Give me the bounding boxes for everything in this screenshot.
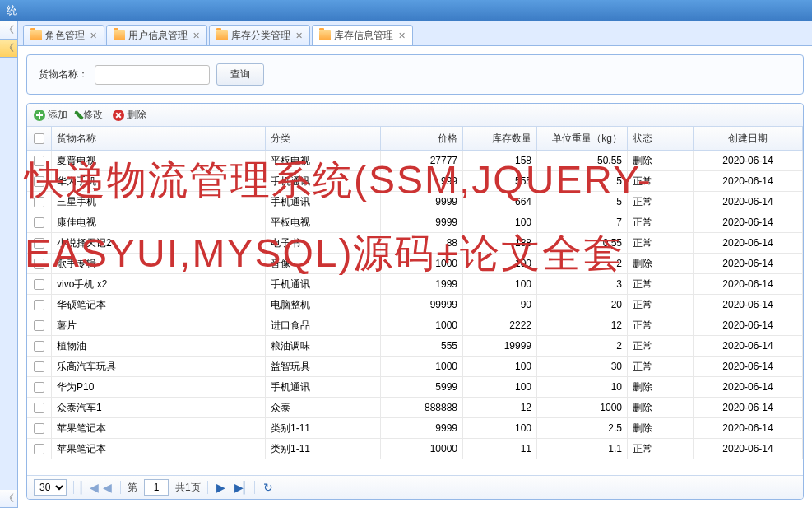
checkbox-all[interactable]: [34, 133, 44, 144]
row-checkbox[interactable]: [34, 259, 44, 269]
row-checkbox-cell[interactable]: [27, 233, 52, 253]
pager-page-input[interactable]: [144, 479, 169, 496]
left-sidebar-collapsed: 《 《 《: [0, 21, 18, 508]
row-checkbox-cell[interactable]: [27, 295, 52, 315]
row-checkbox-cell[interactable]: [27, 212, 52, 232]
table-row[interactable]: 夏普电视平板电视2777715850.55删除2020-06-14: [27, 151, 803, 171]
row-checkbox[interactable]: [34, 403, 44, 413]
add-button[interactable]: 添加: [34, 108, 67, 122]
table-row[interactable]: 华硕笔记本电脑整机999999020正常2020-06-14: [27, 295, 803, 315]
pager-refresh-icon[interactable]: ↻: [262, 481, 275, 494]
delete-button[interactable]: 删除: [113, 108, 146, 122]
tab-3[interactable]: 库存信息管理✕: [312, 25, 413, 45]
row-checkbox-cell[interactable]: [27, 398, 52, 417]
table-row[interactable]: 歌手专辑音像10001002删除2020-06-14: [27, 254, 803, 274]
row-checkbox-cell[interactable]: [27, 171, 52, 191]
row-checkbox-cell[interactable]: [27, 336, 52, 356]
window-titlebar: 统: [0, 0, 812, 21]
row-checkbox-cell[interactable]: [27, 439, 52, 459]
col-checkbox[interactable]: [27, 127, 52, 150]
row-checkbox[interactable]: [34, 361, 44, 372]
row-checkbox-cell[interactable]: [27, 315, 52, 335]
row-checkbox[interactable]: [34, 423, 44, 434]
table-row[interactable]: 苹果笔记本类别1-1199991002.5删除2020-06-14: [27, 418, 803, 439]
pager-first-icon[interactable]: ▏◀: [81, 481, 94, 494]
row-category: 粮油调味: [266, 336, 381, 356]
table-row[interactable]: 薯片进口食品1000222212正常2020-06-14: [27, 315, 803, 336]
row-price: 99999: [381, 295, 463, 315]
tab-0[interactable]: 角色管理✕: [23, 25, 104, 45]
row-qty: 100: [463, 254, 537, 273]
row-checkbox[interactable]: [34, 156, 44, 166]
row-checkbox[interactable]: [34, 197, 44, 207]
row-weight: 12: [537, 315, 628, 335]
row-checkbox[interactable]: [34, 176, 44, 187]
col-category[interactable]: 分类: [266, 127, 381, 150]
query-button[interactable]: 查询: [216, 63, 264, 86]
edit-button[interactable]: 修改: [77, 108, 103, 122]
row-qty: 2222: [463, 315, 537, 335]
row-date: 2020-06-14: [694, 192, 803, 212]
table-row[interactable]: 三星手机手机通讯99996645正常2020-06-14: [27, 192, 803, 212]
table-row[interactable]: vivo手机 x2手机通讯19991003正常2020-06-14: [27, 274, 803, 295]
col-status[interactable]: 状态: [628, 127, 694, 150]
row-name: 华硕笔记本: [52, 295, 266, 315]
row-checkbox-cell[interactable]: [27, 377, 52, 397]
add-icon: [34, 110, 45, 121]
table-row[interactable]: 苹果笔记本类别1-1110000111.1正常2020-06-14: [27, 439, 803, 459]
row-checkbox-cell[interactable]: [27, 274, 52, 294]
folder-icon: [319, 30, 331, 40]
row-checkbox[interactable]: [34, 279, 44, 290]
grid-toolbar: 添加 修改 删除: [27, 104, 803, 127]
row-checkbox[interactable]: [34, 238, 44, 249]
search-bar: 货物名称： 查询: [26, 54, 804, 95]
table-row[interactable]: 众泰汽车1众泰888888121000删除2020-06-14: [27, 398, 803, 418]
pager-last-icon[interactable]: ▶▏: [234, 481, 248, 494]
pager-next-icon[interactable]: ▶: [215, 481, 228, 494]
row-checkbox[interactable]: [34, 382, 44, 393]
row-checkbox-cell[interactable]: [27, 357, 52, 376]
pager-label-prefix: 第: [128, 481, 137, 495]
table-row[interactable]: 小说择天记2电子书881880.55正常2020-06-14: [27, 233, 803, 254]
row-checkbox[interactable]: [34, 300, 44, 310]
table-row[interactable]: 华为P10手机通讯599910010删除2020-06-14: [27, 377, 803, 398]
row-status: 删除: [628, 418, 694, 438]
row-checkbox-cell[interactable]: [27, 151, 52, 170]
tab-2[interactable]: 库存分类管理✕: [209, 25, 310, 45]
collapse-toggle-2[interactable]: 《: [0, 40, 17, 58]
row-checkbox[interactable]: [34, 217, 44, 228]
row-checkbox[interactable]: [34, 320, 44, 331]
table-row[interactable]: 植物油粮油调味555199992正常2020-06-14: [27, 336, 803, 357]
search-input[interactable]: [95, 65, 210, 85]
col-qty[interactable]: 库存数量: [463, 127, 537, 150]
page-size-select[interactable]: 30: [34, 479, 67, 496]
row-status: 删除: [628, 377, 694, 397]
row-checkbox[interactable]: [34, 341, 44, 352]
close-icon[interactable]: ✕: [295, 30, 303, 41]
row-checkbox-cell[interactable]: [27, 418, 52, 438]
row-checkbox[interactable]: [34, 444, 44, 454]
close-icon[interactable]: ✕: [398, 30, 406, 41]
col-price[interactable]: 价格: [381, 127, 463, 150]
col-weight[interactable]: 单位重量（kg）: [537, 127, 628, 150]
close-icon[interactable]: ✕: [90, 30, 97, 41]
table-row[interactable]: 康佳电视平板电视99991007正常2020-06-14: [27, 212, 803, 233]
folder-icon: [30, 30, 42, 40]
tab-1[interactable]: 用户信息管理✕: [106, 25, 207, 45]
tab-label: 库存信息管理: [334, 29, 393, 43]
pager-prev-icon[interactable]: ◀: [100, 481, 114, 494]
row-checkbox-cell[interactable]: [27, 254, 52, 273]
table-row[interactable]: 乐高汽车玩具益智玩具100010030正常2020-06-14: [27, 357, 803, 377]
collapse-toggle-1[interactable]: 《: [0, 21, 17, 40]
row-checkbox-cell[interactable]: [27, 192, 52, 212]
col-name[interactable]: 货物名称: [52, 127, 266, 150]
row-category: 电子书: [266, 233, 381, 253]
title-text: 统: [7, 3, 17, 18]
row-date: 2020-06-14: [694, 398, 803, 417]
row-name: 夏普电视: [52, 151, 266, 170]
close-icon[interactable]: ✕: [193, 30, 200, 41]
table-row[interactable]: 华为手机手机通讯9995555正常2020-06-14: [27, 171, 803, 192]
row-weight: 2: [537, 254, 628, 273]
collapse-toggle-bottom[interactable]: 《: [0, 490, 17, 508]
col-date[interactable]: 创建日期: [694, 127, 803, 150]
